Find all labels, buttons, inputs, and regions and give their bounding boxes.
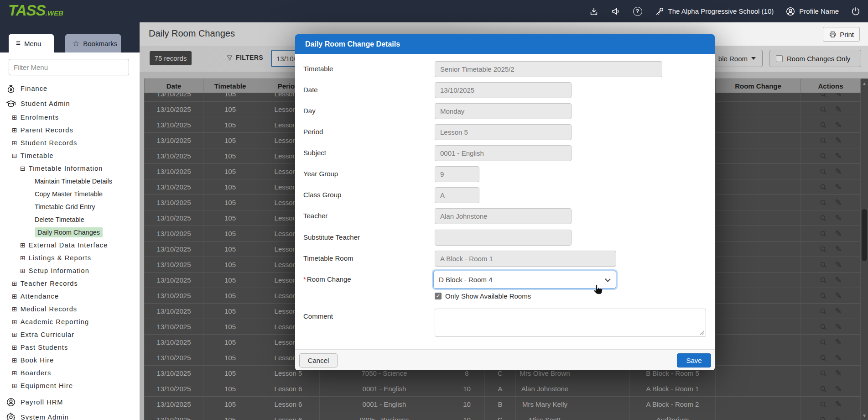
view-magnifier-icon[interactable] <box>819 121 827 129</box>
sidebar-item-system-admin[interactable]: System Admin <box>0 410 140 420</box>
tab-bookmarks[interactable]: ☆ Bookmarks <box>65 34 121 52</box>
expand-box-icon[interactable]: ⊞ <box>12 126 17 134</box>
sidebar-item-past-students[interactable]: ⊞Past Students <box>0 341 140 354</box>
view-magnifier-icon[interactable] <box>819 199 827 207</box>
sidebar-item-setup-information[interactable]: ⊞Setup Information <box>0 264 140 277</box>
view-magnifier-icon[interactable] <box>819 416 827 420</box>
expand-box-icon[interactable]: ⊞ <box>12 357 17 364</box>
edit-pencil-icon[interactable]: ✎ <box>835 105 842 115</box>
scrollbar-thumb[interactable] <box>862 209 867 261</box>
view-magnifier-icon[interactable] <box>819 105 827 114</box>
scroll-down-arrow[interactable]: ▼ <box>861 411 868 420</box>
edit-pencil-icon[interactable]: ✎ <box>835 151 842 161</box>
expand-box-icon[interactable]: ⊞ <box>12 318 17 326</box>
sidebar-item-boarders[interactable]: ⊞Boarders <box>0 367 140 379</box>
edit-pencil-icon[interactable]: ✎ <box>835 353 842 363</box>
expand-box-icon[interactable]: ⊞ <box>12 382 17 389</box>
view-magnifier-icon[interactable] <box>819 93 827 98</box>
sidebar-item-teacher-records[interactable]: ⊞Teacher Records <box>0 277 140 290</box>
expand-box-icon[interactable]: ⊞ <box>12 305 17 313</box>
comment-textarea[interactable] <box>435 309 706 337</box>
edit-pencil-icon[interactable]: ✎ <box>835 306 842 316</box>
sidebar-item-equipment-hire[interactable]: ⊞Equipment Hire <box>0 379 140 392</box>
view-magnifier-icon[interactable] <box>819 369 827 378</box>
edit-pencil-icon[interactable]: ✎ <box>835 182 842 192</box>
edit-pencil-icon[interactable]: ✎ <box>835 291 842 301</box>
sidebar-item-payroll-hrm[interactable]: Payroll HRM <box>0 394 140 410</box>
only-show-available-rooms-checkbox[interactable]: ✓ <box>435 293 442 299</box>
sidebar-item-timetable[interactable]: ⊟Timetable <box>0 149 140 162</box>
edit-pencil-icon[interactable]: ✎ <box>835 229 842 239</box>
edit-pencil-icon[interactable]: ✎ <box>835 275 842 285</box>
sidebar-item-external-data-interface[interactable]: ⊞External Data Interface <box>0 239 140 252</box>
sidebar-item-extra-curricular[interactable]: ⊞Extra Curricular <box>0 328 140 341</box>
view-magnifier-icon[interactable] <box>819 400 827 409</box>
save-button[interactable]: Save <box>677 353 711 368</box>
view-magnifier-icon[interactable] <box>819 245 827 253</box>
expand-box-icon[interactable]: ⊞ <box>12 369 17 377</box>
view-magnifier-icon[interactable] <box>819 307 827 315</box>
sidebar-item-book-hire[interactable]: ⊞Book Hire <box>0 354 140 367</box>
edit-pencil-icon[interactable]: ✎ <box>835 322 842 332</box>
edit-pencil-icon[interactable]: ✎ <box>835 93 842 99</box>
edit-pencil-icon[interactable]: ✎ <box>835 136 842 146</box>
announcements-icon[interactable] <box>611 6 621 16</box>
sidebar-item-maintain-timetable-details[interactable]: Maintain Timetable Details <box>0 175 140 188</box>
collapse-box-icon[interactable]: ⊟ <box>12 152 17 159</box>
resize-handle-icon[interactable] <box>700 331 704 335</box>
expand-box-icon[interactable]: ⊞ <box>20 254 26 262</box>
view-magnifier-icon[interactable] <box>819 276 827 284</box>
edit-pencil-icon[interactable]: ✎ <box>835 399 842 410</box>
view-magnifier-icon[interactable] <box>819 168 827 176</box>
edit-pencil-icon[interactable]: ✎ <box>835 260 842 270</box>
scroll-up-arrow[interactable]: ▲ <box>861 79 868 88</box>
view-magnifier-icon[interactable] <box>819 183 827 191</box>
expand-box-icon[interactable]: ⊞ <box>12 114 17 121</box>
sidebar-item-listings-reports[interactable]: ⊞Listings & Reports <box>0 252 140 264</box>
edit-pencil-icon[interactable]: ✎ <box>835 213 842 223</box>
view-magnifier-icon[interactable] <box>819 385 827 393</box>
print-button[interactable]: Print <box>823 27 860 42</box>
sidebar-item-delete-timetable[interactable]: Delete Timetable <box>0 213 140 226</box>
tab-menu[interactable]: ≡ Menu <box>9 34 54 52</box>
sidebar-item-copy-master-timetable[interactable]: Copy Master Timetable <box>0 188 140 200</box>
sidebar-item-student-records[interactable]: ⊞Student Records <box>0 136 140 149</box>
room-change-select[interactable]: D Block - Room 4 <box>433 271 616 289</box>
expand-box-icon[interactable]: ⊞ <box>20 242 26 249</box>
view-magnifier-icon[interactable] <box>819 323 827 331</box>
sidebar-item-academic-reporting[interactable]: ⊞Academic Reporting <box>0 315 140 328</box>
expand-box-icon[interactable]: ⊞ <box>12 331 17 338</box>
download-icon[interactable] <box>589 6 599 16</box>
expand-box-icon[interactable]: ⊞ <box>12 293 17 300</box>
sidebar-item-timetable-grid-entry[interactable]: Timetable Grid Entry <box>0 200 140 213</box>
sidebar-item-medical-records[interactable]: ⊞Medical Records <box>0 303 140 315</box>
sidebar-item-finance[interactable]: Finance <box>0 81 140 96</box>
sidebar-item-attendance[interactable]: ⊞Attendance <box>0 290 140 303</box>
edit-pencil-icon[interactable]: ✎ <box>835 368 842 378</box>
sidebar-item-enrolments[interactable]: ⊞Enrolments <box>0 111 140 124</box>
edit-pencil-icon[interactable]: ✎ <box>835 415 842 420</box>
room-changes-only-checkbox[interactable] <box>776 55 783 62</box>
help-icon[interactable]: ? <box>633 6 643 16</box>
edit-pencil-icon[interactable]: ✎ <box>835 167 842 177</box>
view-magnifier-icon[interactable] <box>819 261 827 269</box>
logout-power-icon[interactable] <box>851 6 861 16</box>
view-magnifier-icon[interactable] <box>819 152 827 160</box>
edit-pencil-icon[interactable]: ✎ <box>835 244 842 254</box>
view-magnifier-icon[interactable] <box>819 292 827 300</box>
view-magnifier-icon[interactable] <box>819 354 827 362</box>
edit-pencil-icon[interactable]: ✎ <box>835 384 842 394</box>
view-magnifier-icon[interactable] <box>819 338 827 346</box>
cancel-button[interactable]: Cancel <box>299 353 338 368</box>
expand-box-icon[interactable]: ⊞ <box>12 344 17 351</box>
filter-menu-input[interactable] <box>9 59 129 75</box>
sidebar-item-timetable-information[interactable]: ⊟Timetable Information <box>0 162 140 175</box>
view-magnifier-icon[interactable] <box>819 136 827 145</box>
collapse-box-icon[interactable]: ⊟ <box>20 165 26 172</box>
edit-pencil-icon[interactable]: ✎ <box>835 120 842 130</box>
expand-box-icon[interactable]: ⊞ <box>12 139 17 147</box>
sidebar-item-parent-records[interactable]: ⊞Parent Records <box>0 124 140 136</box>
view-magnifier-icon[interactable] <box>819 230 827 238</box>
vertical-scrollbar[interactable]: ▲ ▼ <box>861 79 868 420</box>
profile-menu[interactable]: Profile Name <box>785 6 839 16</box>
